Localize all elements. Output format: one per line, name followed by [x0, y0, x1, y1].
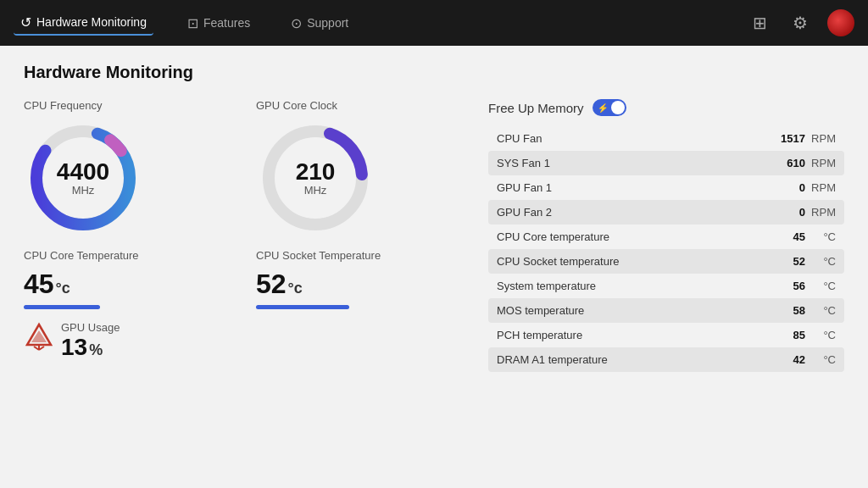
sensor-name: PCH temperature	[497, 329, 771, 341]
cpu-frequency-section: CPU Frequency	[24, 99, 239, 237]
cpu-socket-temp-value: 52	[256, 269, 287, 300]
sensor-row: CPU Socket temperature 52 °C	[488, 249, 844, 274]
sensor-name: DRAM A1 temperature	[497, 353, 771, 366]
left-panel: CPU Frequency	[24, 99, 471, 372]
sensor-row: MOS temperature 58 °C	[488, 298, 844, 323]
cpu-frequency-value-container: 4400 MHz	[57, 160, 109, 197]
sensor-row: DRAM A1 temperature 42 °C	[488, 347, 844, 372]
sensor-value: 0	[771, 206, 805, 219]
content-layout: CPU Frequency	[24, 99, 844, 372]
features-icon: ⊡	[187, 15, 198, 31]
cpu-frequency-value: 4400	[57, 160, 109, 184]
gpu-core-clock-label: GPU Core Clock	[256, 99, 471, 112]
cpu-socket-temp-label: CPU Socket Temperature	[256, 249, 471, 262]
gpu-core-clock-section: GPU Core Clock 210 MHz	[256, 99, 471, 237]
sensor-name: SYS Fan 1	[497, 157, 771, 169]
sensor-row: System temperature 56 °C	[488, 274, 844, 298]
sensor-name: CPU Socket temperature	[497, 255, 771, 268]
sensor-unit: RPM	[809, 157, 836, 169]
cpu-core-temp-display: 45 °c	[24, 269, 239, 300]
gpu-usage-display: 13 %	[61, 334, 120, 361]
cpu-frequency-label: CPU Frequency	[24, 99, 239, 112]
support-icon: ⊙	[291, 15, 302, 31]
sensor-name: CPU Fan	[497, 132, 771, 145]
sensor-value: 0	[771, 181, 805, 194]
cpu-core-temp-bar	[24, 305, 100, 309]
right-panel: Free Up Memory ⚡ CPU Fan 1517 RPM SYS Fa…	[488, 99, 844, 372]
gpu-usage-value: 13	[61, 334, 87, 361]
sensor-value: 45	[771, 230, 805, 243]
gpu-clock-value: 210	[296, 160, 336, 184]
sensor-unit: °C	[809, 353, 836, 366]
sensors-list: CPU Fan 1517 RPM SYS Fan 1 610 RPM GPU F…	[488, 126, 844, 372]
sensor-unit: °C	[809, 255, 836, 268]
sensor-unit: RPM	[809, 206, 836, 219]
cpu-socket-temp-section: CPU Socket Temperature 52 °c	[256, 249, 471, 309]
gpu-logo-icon	[24, 321, 54, 352]
gpu-usage-section: GPU Usage 13 %	[24, 321, 471, 361]
top-navigation: ↺ Hardware Monitoring ⊡ Features ⊙ Suppo…	[0, 0, 868, 46]
main-content: Hardware Monitoring CPU Frequency	[0, 46, 868, 488]
gauges-row: CPU Frequency	[24, 99, 471, 237]
grid-view-button[interactable]: ⊞	[746, 9, 773, 36]
sensor-value: 85	[771, 329, 805, 341]
sensor-unit: RPM	[809, 181, 836, 194]
sensor-unit: °C	[809, 230, 836, 243]
sensor-name: MOS temperature	[497, 304, 771, 317]
sensor-value: 58	[771, 304, 805, 317]
gpu-clock-value-container: 210 MHz	[296, 160, 336, 197]
gpu-usage-info: GPU Usage 13 %	[61, 321, 120, 361]
temps-row: CPU Core Temperature 45 °c CPU Socket Te…	[24, 249, 471, 309]
sensor-row: SYS Fan 1 610 RPM	[488, 151, 844, 175]
page-title: Hardware Monitoring	[24, 63, 844, 82]
nav-hardware-monitoring[interactable]: ↺ Hardware Monitoring	[14, 11, 153, 36]
sensor-row: PCH temperature 85 °C	[488, 323, 844, 347]
sensor-name: System temperature	[497, 280, 771, 292]
sensor-name: GPU Fan 2	[497, 206, 771, 219]
cpu-socket-temp-display: 52 °c	[256, 269, 471, 300]
free-memory-header: Free Up Memory ⚡	[488, 99, 844, 116]
sensor-row: CPU Core temperature 45 °C	[488, 225, 844, 249]
cpu-core-temp-label: CPU Core Temperature	[24, 249, 239, 262]
sensor-value: 42	[771, 353, 805, 366]
sensor-value: 56	[771, 280, 805, 292]
gpu-usage-unit: %	[89, 341, 103, 359]
sensor-row: GPU Fan 2 0 RPM	[488, 200, 844, 225]
avatar[interactable]	[827, 9, 854, 36]
toggle-knob	[611, 101, 625, 114]
sensor-name: CPU Core temperature	[497, 230, 771, 243]
gpu-usage-label: GPU Usage	[61, 321, 120, 334]
cpu-frequency-gauge: 4400 MHz	[24, 119, 142, 237]
sensor-value: 52	[771, 255, 805, 268]
cpu-core-temp-unit: °c	[56, 280, 70, 297]
settings-button[interactable]: ⚙	[787, 9, 814, 36]
toggle-icon: ⚡	[598, 103, 608, 113]
nav-features[interactable]: ⊡ Features	[181, 12, 257, 35]
cpu-frequency-unit: MHz	[57, 184, 109, 197]
free-memory-label: Free Up Memory	[488, 101, 584, 115]
gpu-core-clock-gauge: 210 MHz	[256, 119, 375, 237]
sensor-unit: °C	[809, 329, 836, 341]
hardware-monitoring-icon: ↺	[20, 14, 31, 30]
gpu-clock-unit: MHz	[296, 184, 336, 197]
nav-right-actions: ⊞ ⚙	[746, 9, 854, 36]
sensor-row: GPU Fan 1 0 RPM	[488, 175, 844, 200]
nav-support[interactable]: ⊙ Support	[284, 12, 355, 35]
sensor-unit: °C	[809, 280, 836, 292]
cpu-socket-temp-bar	[256, 305, 349, 309]
cpu-socket-temp-unit: °c	[288, 280, 303, 297]
sensor-value: 1517	[771, 132, 805, 145]
sensor-value: 610	[771, 157, 805, 169]
cpu-core-temp-section: CPU Core Temperature 45 °c	[24, 249, 239, 309]
free-memory-toggle[interactable]: ⚡	[593, 99, 626, 116]
sensor-name: GPU Fan 1	[497, 181, 771, 194]
sensor-unit: °C	[809, 304, 836, 317]
sensor-row: CPU Fan 1517 RPM	[488, 126, 844, 151]
cpu-core-temp-value: 45	[24, 269, 54, 300]
sensor-unit: RPM	[809, 132, 836, 145]
